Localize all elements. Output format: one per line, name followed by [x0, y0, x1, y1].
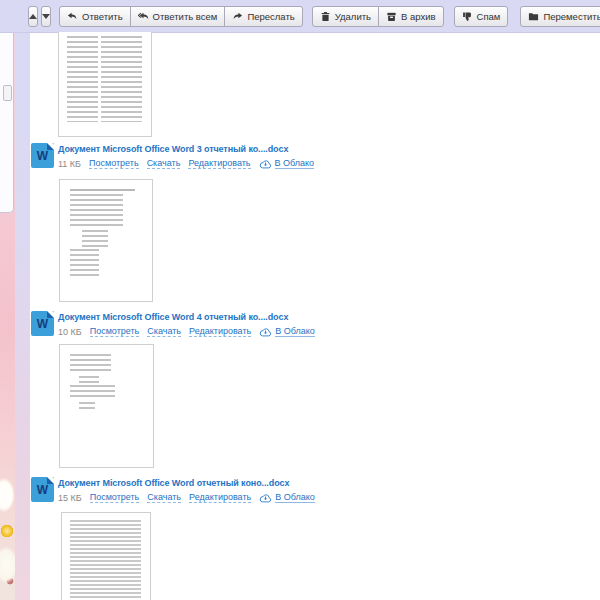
forward-arrow-icon — [232, 11, 243, 22]
word-file-icon: W — [31, 311, 54, 336]
edit-link[interactable]: Редактировать — [188, 158, 250, 169]
delete-button[interactable]: Удалить — [312, 6, 379, 27]
cloud-download-icon — [259, 493, 272, 503]
prev-message-button[interactable] — [28, 6, 38, 27]
text-line-block — [101, 36, 141, 122]
attachment-size: 15 КБ — [58, 493, 82, 503]
mail-client-window: Ответить Ответить всем Переслать — [0, 0, 600, 600]
text-line-block — [70, 520, 141, 600]
cloud-download-icon — [259, 159, 272, 169]
edit-link[interactable]: Редактировать — [189, 326, 251, 337]
chevron-down-icon — [42, 14, 50, 19]
document-preview[interactable] — [58, 32, 152, 137]
text-line-block — [70, 385, 115, 400]
cloud-link-label: В Облако — [275, 492, 315, 503]
attachment-item: W Документ Microsoft Office Word 3 отчет… — [31, 143, 314, 169]
move-button[interactable]: Переместить ▾ — [520, 6, 600, 27]
reply-arrow-icon — [67, 11, 78, 22]
attachment-size: 11 КБ — [58, 159, 81, 169]
reply-group: Ответить Ответить всем Переслать — [59, 6, 303, 27]
reply-label: Ответить — [82, 11, 123, 22]
word-icon-letter: W — [37, 317, 48, 331]
reply-all-arrow-icon — [138, 11, 149, 22]
document-preview[interactable] — [59, 344, 154, 468]
attachment-item: W Документ Microsoft Office Word 4 отчет… — [31, 311, 315, 337]
thumbs-down-icon — [462, 11, 473, 22]
view-link[interactable]: Посмотреть — [89, 158, 139, 169]
word-file-icon: W — [31, 143, 54, 168]
word-icon-letter: W — [37, 149, 48, 163]
delete-archive-group: Удалить В архив — [312, 6, 444, 27]
panel-widget-fragment — [3, 85, 12, 101]
download-link[interactable]: Скачать — [147, 492, 181, 503]
reply-all-button[interactable]: Ответить всем — [130, 6, 226, 27]
archive-button[interactable]: В архив — [378, 6, 444, 27]
word-icon-letter: W — [37, 483, 48, 497]
message-toolbar: Ответить Ответить всем Переслать — [0, 0, 600, 33]
text-line-block — [79, 376, 99, 383]
archive-label: В архив — [401, 11, 436, 22]
text-line-block — [70, 249, 99, 279]
text-line-block — [70, 194, 123, 228]
text-line-block — [79, 402, 96, 412]
document-preview[interactable] — [59, 179, 153, 302]
attachment-title-link[interactable]: Документ Microsoft Office Word отчетный … — [58, 478, 315, 488]
trash-icon — [320, 11, 331, 22]
cloud-link-label: В Облако — [275, 158, 315, 169]
save-to-cloud-link[interactable]: В Облако — [259, 158, 315, 169]
save-to-cloud-link[interactable]: В Облако — [259, 492, 315, 503]
message-attachments-area: W Документ Microsoft Office Word 3 отчет… — [30, 33, 600, 600]
cloud-link-label: В Облако — [275, 326, 315, 337]
reply-all-label: Ответить всем — [153, 11, 218, 22]
cloud-download-icon — [259, 327, 272, 337]
page-background-strip — [15, 33, 30, 600]
spam-label: Спам — [477, 11, 501, 22]
download-link[interactable]: Скачать — [147, 326, 181, 337]
text-line-block — [82, 230, 108, 247]
reply-button[interactable]: Ответить — [59, 6, 131, 27]
edit-link[interactable]: Редактировать — [189, 492, 251, 503]
download-link[interactable]: Скачать — [147, 158, 181, 169]
attachment-title-link[interactable]: Документ Microsoft Office Word 3 отчетны… — [58, 144, 314, 154]
move-label: Переместить — [543, 11, 600, 22]
document-preview[interactable] — [61, 512, 151, 600]
archive-box-icon — [386, 11, 397, 22]
text-line-block — [70, 354, 111, 374]
folder-icon — [528, 11, 539, 22]
chevron-up-icon — [29, 14, 37, 19]
text-line-block — [67, 36, 97, 122]
delete-label: Удалить — [335, 11, 371, 22]
attachment-item: W Документ Microsoft Office Word отчетны… — [31, 477, 315, 503]
forward-label: Переслать — [247, 11, 294, 22]
next-message-button[interactable] — [41, 6, 51, 27]
forward-button[interactable]: Переслать — [224, 6, 302, 27]
adjacent-panel-edge — [0, 33, 14, 213]
text-line-block — [70, 189, 134, 191]
attachment-size: 10 КБ — [58, 327, 82, 337]
attachment-title-link[interactable]: Документ Microsoft Office Word 4 отчетны… — [58, 312, 315, 322]
spam-button[interactable]: Спам — [454, 6, 509, 27]
view-link[interactable]: Посмотреть — [90, 326, 140, 337]
view-link[interactable]: Посмотреть — [90, 492, 140, 503]
save-to-cloud-link[interactable]: В Облако — [259, 326, 315, 337]
word-file-icon: W — [31, 477, 54, 502]
